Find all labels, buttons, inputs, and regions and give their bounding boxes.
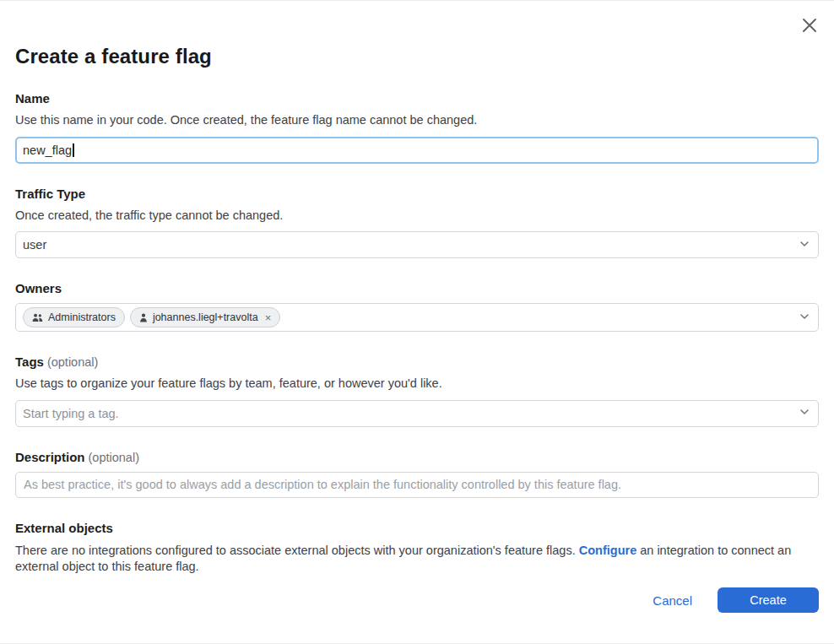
tags-input[interactable] (23, 407, 798, 420)
chevron-down-icon (798, 405, 811, 421)
tags-label-text: Tags (15, 354, 44, 369)
create-button[interactable]: Create (718, 587, 819, 613)
chevron-down-icon (798, 310, 811, 326)
description-label: Description(optional) (15, 450, 819, 464)
name-input[interactable]: new_flag (15, 137, 819, 164)
traffic-type-section: Traffic Type Once created, the traffic t… (15, 187, 819, 259)
owner-chip-administrators[interactable]: Administrators (23, 307, 125, 327)
owners-chips: Administrators johannes.liegl+travolta × (23, 307, 280, 327)
tags-label: Tags(optional) (15, 354, 819, 369)
text-caret (73, 143, 74, 157)
page-title: Create a feature flag (15, 1, 819, 68)
owners-select[interactable]: Administrators johannes.liegl+travolta × (15, 303, 819, 332)
close-x-glyph (801, 17, 818, 34)
external-objects-text: There are no integrations configured to … (15, 543, 819, 575)
tags-section: Tags(optional) Use tags to organize your… (15, 354, 819, 427)
description-label-text: Description (15, 450, 85, 464)
owners-section: Owners Administrators (15, 281, 819, 332)
create-feature-flag-modal: Create a feature flag Name Use this name… (0, 1, 834, 643)
owner-chip-user[interactable]: johannes.liegl+travolta × (130, 307, 280, 327)
description-section: Description(optional) (15, 450, 819, 498)
traffic-type-selected-value: user (23, 238, 46, 252)
tags-helper: Use tags to organize your feature flags … (15, 376, 819, 392)
traffic-type-label: Traffic Type (15, 187, 819, 201)
name-input-value: new_flag (23, 143, 72, 157)
description-input[interactable] (15, 472, 819, 498)
configure-link[interactable]: Configure (579, 544, 636, 557)
close-icon[interactable] (799, 14, 820, 36)
group-icon (32, 313, 43, 322)
description-optional-text: (optional) (89, 451, 139, 464)
owner-chip-label: johannes.liegl+travolta (153, 311, 258, 323)
owners-label: Owners (15, 281, 819, 295)
owner-chip-label: Administrators (48, 311, 116, 323)
external-text-before: There are no integrations configured to … (15, 544, 579, 557)
chevron-down-icon (798, 237, 811, 253)
chip-remove-icon[interactable]: × (265, 312, 272, 323)
name-section: Name Use this name in your code. Once cr… (15, 91, 819, 164)
modal-footer: Cancel Create (653, 587, 819, 613)
person-icon (139, 313, 148, 322)
name-label: Name (15, 91, 819, 106)
cancel-button[interactable]: Cancel (653, 593, 692, 608)
tags-select[interactable] (15, 400, 819, 427)
external-objects-section: External objects There are no integratio… (15, 521, 819, 575)
name-helper: Use this name in your code. Once created… (15, 112, 819, 129)
traffic-type-helper: Once created, the traffic type cannot be… (15, 208, 819, 225)
traffic-type-select[interactable]: user (15, 231, 819, 258)
tags-optional-text: (optional) (47, 355, 98, 369)
external-objects-label: External objects (15, 521, 819, 535)
